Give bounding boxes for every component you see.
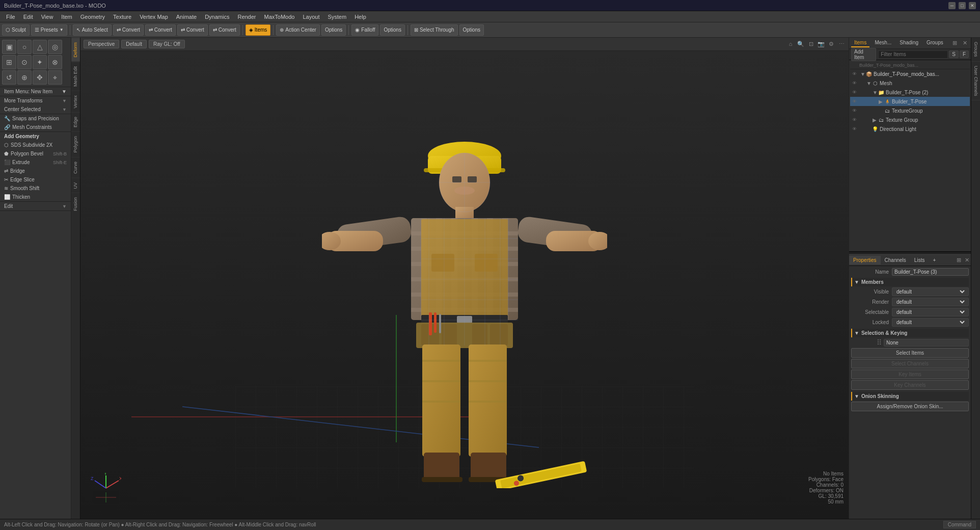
convert-btn3[interactable]: ⇄ Convert <box>177 24 208 36</box>
rvtab-groups[interactable]: Groups <box>971 38 980 62</box>
snaps-precision-btn[interactable]: 🔧 Snaps and Precision <box>0 114 71 123</box>
smooth-shift-btn[interactable]: ≋ Smooth Shift <box>0 184 71 193</box>
props-close-btn[interactable]: ✕ <box>963 256 971 264</box>
item-menu-btn[interactable]: Item Menu: New Item ▼ <box>0 87 71 96</box>
assign-onion-btn[interactable]: Assign/Remove Onion Skin... <box>851 402 969 411</box>
side-tab-curve[interactable]: Curve <box>71 157 80 178</box>
side-tab-vertex[interactable]: Vertex <box>71 91 80 113</box>
filter-f-btn[interactable]: F <box>960 50 969 58</box>
edge-slice-btn[interactable]: ✂ Edge Slice <box>0 175 71 184</box>
selectable-select[interactable]: default on off <box>894 309 966 315</box>
eye-icon-3[interactable]: 👁 <box>852 99 859 104</box>
menu-geometry[interactable]: Geometry <box>76 13 109 21</box>
tree-item-builder-pose[interactable]: 👁 ▶ 🧍 Builder_T-Pose <box>850 97 970 106</box>
panel-float-btn[interactable]: ⊞ <box>950 39 959 47</box>
raygl-btn[interactable]: Ray GL: Off <box>149 40 185 48</box>
edit-btn[interactable]: Edit ▼ <box>0 202 71 210</box>
tree-item-root[interactable]: 👁 ▼ 📦 Builder_T-Pose_modo_bas... <box>850 69 970 78</box>
eye-icon-5[interactable]: 👁 <box>852 117 859 122</box>
panel-close-btn[interactable]: ✕ <box>961 39 969 47</box>
sds-subdivide-btn[interactable]: ⬡ SDS Subdivide 2X <box>0 141 71 149</box>
side-tab-polygon[interactable]: Polygon <box>71 131 80 157</box>
add-geometry-btn[interactable]: Add Geometry <box>0 132 71 141</box>
tool-sphere[interactable]: ○ <box>17 40 32 54</box>
menu-view[interactable]: View <box>37 13 58 21</box>
vp-camera-btn[interactable]: 📷 <box>817 40 825 48</box>
rvtab-user-channels[interactable]: User Channels <box>971 62 980 101</box>
tool-light[interactable]: ✦ <box>33 55 47 69</box>
select-through-btn[interactable]: ⊠ Select Through <box>411 24 458 36</box>
key-items-btn[interactable]: Key Items <box>851 369 969 379</box>
props-float-btn[interactable]: ⊞ <box>955 256 963 264</box>
tool-extra[interactable]: ⊗ <box>48 55 62 69</box>
tool-scale[interactable]: ⌖ <box>48 70 62 85</box>
falloff-btn[interactable]: ◉ Falloff <box>351 24 378 36</box>
tab-shading[interactable]: Shading <box>896 39 921 47</box>
tab-properties[interactable]: Properties <box>849 256 881 264</box>
visible-select[interactable]: default on off <box>894 288 966 295</box>
render-select[interactable]: default on off <box>894 299 966 305</box>
more-transforms-btn[interactable]: More Transforms ▼ <box>0 96 71 105</box>
menu-animate[interactable]: Animate <box>172 13 201 21</box>
command-field[interactable]: Command <box>943 521 976 528</box>
menu-texture[interactable]: Texture <box>109 13 135 21</box>
sculpt-btn[interactable]: ⬡ Sculpt <box>2 24 30 36</box>
vp-settings-btn[interactable]: ⚙ <box>827 40 835 48</box>
members-section[interactable]: ▼ Members <box>851 278 969 286</box>
menu-help[interactable]: Help <box>350 13 370 21</box>
window-controls[interactable]: ─ □ ✕ <box>948 2 976 9</box>
tool-disc[interactable]: ◎ <box>48 40 62 54</box>
locked-value[interactable]: default on off <box>892 318 969 327</box>
tab-items[interactable]: Items <box>851 39 869 47</box>
none-field[interactable]: None <box>884 339 969 347</box>
bridge-btn[interactable]: ⇌ Bridge <box>0 167 71 175</box>
convert-btn4[interactable]: ⇄ Convert <box>209 24 240 36</box>
eye-icon-1[interactable]: 👁 <box>852 81 859 86</box>
tab-lists[interactable]: Lists <box>910 256 929 264</box>
options-btn2[interactable]: Options <box>380 24 404 36</box>
side-tab-meshedit[interactable]: Mesh Edit <box>71 62 80 91</box>
tree-item-texture-group[interactable]: 👁 ▶ 🗂 TextureGroup <box>850 106 970 115</box>
selection-keying-section[interactable]: ▼ Selection & Keying <box>851 329 969 337</box>
tool-rotate[interactable]: ↺ <box>2 70 16 85</box>
tool-plane[interactable]: ⊞ <box>2 55 16 69</box>
side-tab-uv[interactable]: UV <box>71 178 80 193</box>
onion-skinning-section[interactable]: ▼ Onion Skinning <box>851 392 969 401</box>
viewport-canvas[interactable]: X Y Z No Items Polygons: Face Channels: … <box>80 51 849 519</box>
visible-value[interactable]: default on off <box>892 287 969 296</box>
minimize-btn[interactable]: ─ <box>948 2 956 9</box>
tool-camera[interactable]: ⊙ <box>17 55 32 69</box>
vp-frame-btn[interactable]: ⊡ <box>807 40 815 48</box>
thicken-btn[interactable]: ⬜ Thicken <box>0 193 71 201</box>
action-center-btn[interactable]: ⊕ Action Center <box>276 24 320 36</box>
shading-btn[interactable]: Default <box>121 40 147 48</box>
perspective-btn[interactable]: Perspective <box>84 40 119 48</box>
name-field[interactable] <box>892 268 969 276</box>
convert-btn1[interactable]: ⇄ Convert <box>113 24 144 36</box>
tool-box[interactable]: ▣ <box>2 40 16 54</box>
tool-add[interactable]: ⊕ <box>17 70 32 85</box>
tab-groups[interactable]: Groups <box>923 39 946 47</box>
close-btn[interactable]: ✕ <box>969 2 976 9</box>
options-btn3[interactable]: Options <box>459 24 484 36</box>
side-tab-edge[interactable]: Edge <box>71 112 80 131</box>
select-items-btn[interactable]: Select Items <box>851 348 969 358</box>
side-tab-fusion[interactable]: Fusion <box>71 193 80 215</box>
key-channels-btn[interactable]: Key Channels <box>851 380 969 390</box>
vp-more-btn[interactable]: ⋯ <box>837 40 846 48</box>
options-btn1[interactable]: Options <box>321 24 346 36</box>
tree-item-mesh[interactable]: 👁 ▼ ⬡ Mesh <box>850 78 970 88</box>
eye-icon-2[interactable]: 👁 <box>852 90 859 95</box>
center-selected-btn[interactable]: Center Selected ▼ <box>0 105 71 114</box>
menu-vertexmap[interactable]: Vertex Map <box>135 13 172 21</box>
locked-select[interactable]: default on off <box>894 319 966 326</box>
eye-icon-0[interactable]: 👁 <box>852 71 859 76</box>
tree-item-light[interactable]: 👁 ▶ 💡 Directional Light <box>850 124 970 134</box>
side-tab-deform[interactable]: Deform <box>71 38 80 62</box>
tree-item-texture-group2[interactable]: 👁 ▶ 🗂 Texture Group <box>850 115 970 124</box>
menu-dynamics[interactable]: Dynamics <box>201 13 233 21</box>
menu-maxtomodo[interactable]: MaxToModo <box>260 13 299 21</box>
render-value[interactable]: default on off <box>892 298 969 306</box>
tab-plus[interactable]: + <box>929 256 940 264</box>
menu-edit[interactable]: Edit <box>19 13 37 21</box>
